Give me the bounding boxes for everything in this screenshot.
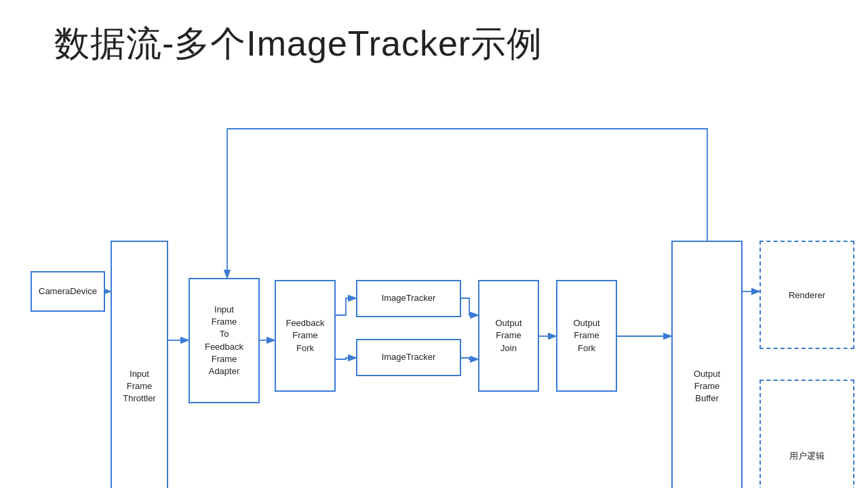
image-tracker-1-box: ImageTracker: [356, 280, 461, 317]
input-feedback-adapter-label: Input Frame To Feedback Frame Adapter: [205, 304, 243, 378]
diagram-area: CameraDevice Input Frame Throttler Input…: [0, 108, 868, 488]
user-logic-label: 用户逻辑: [789, 450, 825, 462]
output-buffer-box: Output Frame Buffer: [671, 241, 743, 488]
renderer-box: Renderer: [760, 241, 854, 349]
image-tracker-1-label: ImageTracker: [382, 292, 436, 304]
image-tracker-2-label: ImageTracker: [382, 351, 436, 363]
renderer-label: Renderer: [789, 290, 825, 300]
output-fork-label: Output Frame Fork: [573, 317, 599, 354]
page-title: 数据流-多个ImageTracker示例: [54, 20, 542, 68]
output-fork-box: Output Frame Fork: [556, 280, 617, 392]
output-join-label: Output Frame Join: [495, 317, 521, 354]
camera-device-box: CameraDevice: [31, 271, 105, 312]
feedback-fork-label: Feedback Frame Fork: [285, 317, 324, 354]
output-join-box: Output Frame Join: [478, 280, 539, 392]
input-feedback-adapter-box: Input Frame To Feedback Frame Adapter: [189, 278, 260, 403]
image-tracker-2-box: ImageTracker: [356, 339, 461, 376]
input-throttler-box: Input Frame Throttler: [111, 241, 168, 488]
camera-device-label: CameraDevice: [39, 285, 97, 298]
input-throttler-label: Input Frame Throttler: [123, 368, 155, 405]
output-buffer-label: Output Frame Buffer: [694, 368, 720, 405]
feedback-fork-box: Feedback Frame Fork: [275, 280, 336, 392]
user-logic-box: 用户逻辑: [760, 380, 854, 488]
